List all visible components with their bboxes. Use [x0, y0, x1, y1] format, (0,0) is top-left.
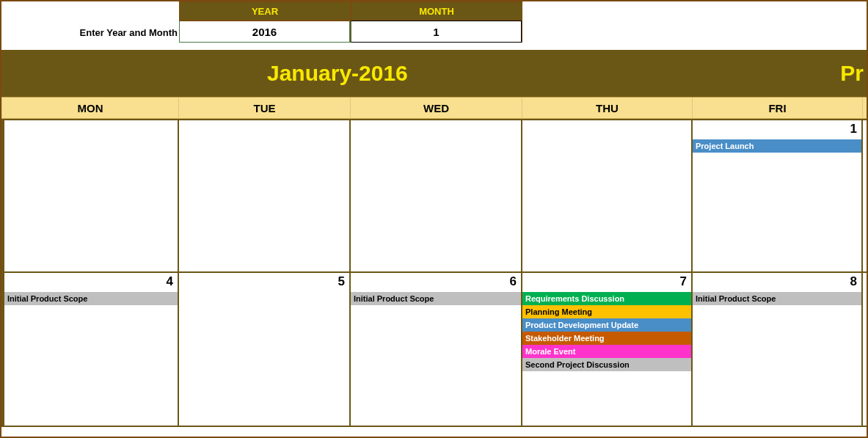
day-cell[interactable]: 6Initial Product Scope	[351, 273, 522, 426]
week-row: 4Initial Product Scope56Initial Product …	[1, 273, 867, 427]
dow-mon: MON	[1, 98, 179, 118]
day-cell[interactable]	[522, 120, 693, 271]
year-header: YEAR	[179, 1, 350, 21]
calendar-event[interactable]: Product Development Update	[522, 318, 691, 332]
title-bar: January-2016 Pr	[1, 50, 867, 97]
month-input[interactable]: 1	[351, 21, 522, 43]
calendar-app: Enter Year and Month YEAR 2016 MONTH 1 J…	[1, 1, 867, 437]
day-cell[interactable]	[351, 120, 522, 271]
week-row: 1Project Launch	[1, 119, 867, 273]
entry-label: Enter Year and Month	[1, 1, 179, 43]
date-number	[351, 120, 521, 139]
date-number: 8	[693, 273, 861, 292]
calendar-event[interactable]: Second Project Discussion	[522, 358, 691, 371]
calendar-event[interactable]: Morale Event	[522, 345, 691, 358]
day-of-week-header: MON TUE WED THU FRI	[1, 97, 867, 119]
date-number: 5	[179, 273, 349, 292]
day-cell[interactable]: 5	[179, 273, 351, 426]
calendar-event[interactable]: Project Launch	[693, 139, 861, 153]
day-cell[interactable]: 8Initial Product Scope	[693, 273, 863, 426]
day-cell[interactable]: 7Requirements DiscussionPlanning Meeting…	[522, 273, 693, 426]
month-header: MONTH	[351, 1, 522, 21]
date-number	[4, 120, 178, 139]
date-number: 7	[522, 273, 691, 292]
calendar-event[interactable]: Initial Product Scope	[693, 292, 861, 305]
date-number: 6	[351, 273, 521, 292]
calendar-event[interactable]: Planning Meeting	[522, 305, 691, 318]
calendar-event[interactable]: Initial Product Scope	[351, 292, 521, 305]
calendar-title: January-2016	[267, 61, 408, 86]
year-input[interactable]: 2016	[179, 21, 350, 43]
date-number	[522, 120, 691, 139]
calendar-event[interactable]: Requirements Discussion	[522, 292, 691, 305]
spacer	[1, 43, 867, 50]
title-right-partial: Pr	[840, 61, 864, 86]
dow-fri: FRI	[693, 98, 863, 118]
date-number: 4	[4, 273, 178, 292]
month-column: MONTH 1	[351, 1, 522, 43]
day-cell[interactable]: 1Project Launch	[693, 120, 863, 271]
day-cell[interactable]	[1, 120, 179, 271]
dow-wed: WED	[351, 98, 522, 118]
year-month-entry-row: Enter Year and Month YEAR 2016 MONTH 1	[1, 1, 867, 43]
calendar-event[interactable]: Stakeholder Meeting	[522, 332, 691, 345]
calendar-event[interactable]: Initial Product Scope	[4, 292, 178, 305]
year-column: YEAR 2016	[179, 1, 351, 43]
date-number	[179, 120, 349, 139]
date-number: 1	[693, 120, 861, 139]
day-cell[interactable]	[179, 120, 351, 271]
dow-tue: TUE	[179, 98, 351, 118]
day-cell[interactable]: 4Initial Product Scope	[1, 273, 179, 426]
calendar-grid: 1Project Launch4Initial Product Scope56I…	[1, 119, 867, 427]
dow-thu: THU	[522, 98, 693, 118]
